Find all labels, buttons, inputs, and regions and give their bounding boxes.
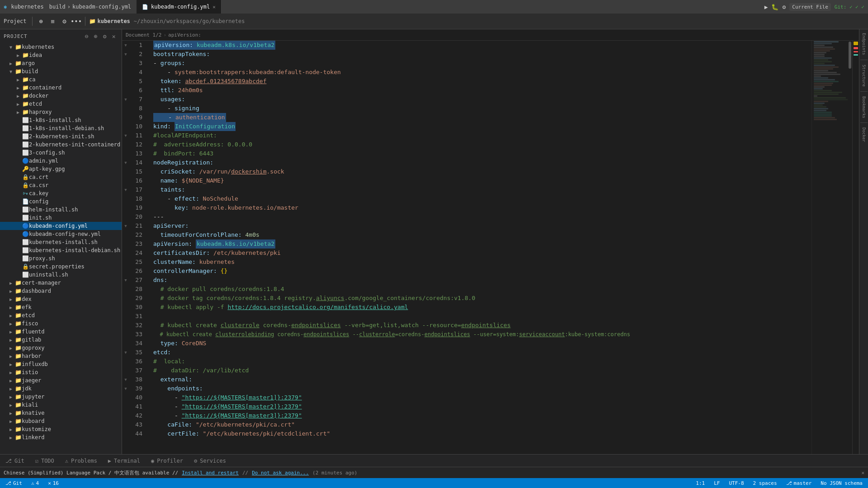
tree-item-kubeadm-config[interactable]: 🔵 kubeadm-config.yml xyxy=(0,222,122,230)
tree-item-haproxy[interactable]: ▶ 📁 haproxy xyxy=(0,108,122,116)
bottom-tab-git[interactable]: ⎇ Git xyxy=(0,455,30,467)
tree-item-ca-csr[interactable]: 🔒 ca.csr xyxy=(0,181,122,189)
vertical-scrollbar[interactable] xyxy=(848,41,852,454)
tree-item-etcd[interactable]: ▶ 📁 etcd xyxy=(0,100,122,108)
status-git-branch[interactable]: ⎇ Git xyxy=(4,478,24,488)
tree-item-efk[interactable]: ▶ 📁 efk xyxy=(0,303,122,311)
tree-item-fisco[interactable]: ▶ 📁 fisco xyxy=(0,319,122,328)
tree-item-knative[interactable]: ▶ 📁 knative xyxy=(0,409,122,417)
expand-all-button[interactable]: ⊕ xyxy=(92,32,100,40)
bottom-tab-terminal[interactable]: ▶ Terminal xyxy=(103,455,146,467)
structure-label[interactable]: Structure xyxy=(862,65,866,87)
notification-close-button[interactable]: ✕ xyxy=(861,470,864,476)
more-actions-button[interactable]: ••• xyxy=(71,16,81,26)
tree-item-ca-key[interactable]: 🗝 ca.key xyxy=(0,189,122,197)
collapse-all-button[interactable]: ⊖ xyxy=(83,32,91,40)
tree-item-goproxy[interactable]: ▶ 📁 goproxy xyxy=(0,344,122,352)
bookmarks-label[interactable]: Bookmarks xyxy=(862,96,866,118)
status-indentation[interactable]: 2 spaces xyxy=(751,478,779,488)
tree-item-dashboard[interactable]: ▶ 📁 dashboard xyxy=(0,287,122,295)
status-encoding[interactable]: UTF-8 xyxy=(727,478,745,488)
code-line-12: # advertiseAddress: 0.0.0.0 xyxy=(153,140,811,149)
bottom-tab-profiler[interactable]: ◉ Profiler xyxy=(146,455,189,467)
status-no-json-schema[interactable]: No JSON schema xyxy=(819,478,864,488)
docker-label[interactable]: Docker xyxy=(862,127,866,142)
install-link[interactable]: Install and restart xyxy=(182,470,239,476)
tree-root-kubernetes[interactable]: ▼ 📁 kubernetes xyxy=(0,43,122,51)
new-file-button[interactable]: ⊕ xyxy=(36,16,46,26)
endpoints-label[interactable]: Endpoints xyxy=(862,33,866,55)
tree-item-2kubernetes-init[interactable]: ⬜ 2-kubernetes-init.sh xyxy=(0,132,122,141)
current-file-label[interactable]: Current File xyxy=(789,3,830,11)
tree-item-ca[interactable]: ▶ 📁 ca xyxy=(0,75,122,84)
tree-label-cacrt: ca.crt xyxy=(29,174,122,180)
tree-item-kubeadm-new[interactable]: 🔵 kubeadm-config-new.yml xyxy=(0,230,122,238)
tree-item-dex[interactable]: ▶ 📁 dex xyxy=(0,295,122,303)
tab-kubeadm-config[interactable]: 📄 kubeadm-config.yml ✕ xyxy=(137,0,222,14)
settings-tree-button[interactable]: ⚙ xyxy=(101,32,109,40)
status-bar: ⎇ Git ⚠ 4 ✕ 16 1:1 LF UTF-8 2 spaces ⎇ m… xyxy=(0,478,868,488)
status-position[interactable]: 1:1 xyxy=(694,478,707,488)
code-line-38: external: xyxy=(153,375,811,384)
tree-item-build[interactable]: ▼ 📁 build xyxy=(0,67,122,75)
bottom-tab-services[interactable]: ⚙ Services xyxy=(189,455,231,467)
tree-item-gitlab[interactable]: ▶ 📁 gitlab xyxy=(0,336,122,344)
close-tree-button[interactable]: ✕ xyxy=(110,32,118,40)
tree-item-idea[interactable]: ▶ 📁 idea xyxy=(0,51,122,59)
tree-item-jupyter[interactable]: ▶ 📁 jupyter xyxy=(0,393,122,401)
tree-item-config[interactable]: 📄 config xyxy=(0,197,122,206)
status-line-ending[interactable]: LF xyxy=(712,478,722,488)
code-editor[interactable]: apiVersion: kubeadm.k8s.io/v1beta2 boots… xyxy=(150,41,811,454)
tree-item-admin-yml[interactable]: 🔵 admin.yml xyxy=(0,157,122,165)
tree-item-docker[interactable]: ▶ 📁 docker xyxy=(0,92,122,100)
tree-item-secret[interactable]: 🔒 secret.properties xyxy=(0,263,122,271)
do-not-ask-link[interactable]: Do not ask again... xyxy=(252,470,309,476)
tree-item-helm-install[interactable]: ⬜ helm-install.sh xyxy=(0,206,122,214)
tree-item-cert-manager[interactable]: ▶ 📁 cert-manager xyxy=(0,279,122,287)
file-icon-sh: ⬜ xyxy=(22,117,29,123)
folder-icon-kustomize: 📁 xyxy=(14,426,22,432)
tree-item-jdk[interactable]: ▶ 📁 jdk xyxy=(0,385,122,393)
status-warnings[interactable]: ⚠ 4 xyxy=(29,478,41,488)
tree-item-kubernetes-install-debian[interactable]: ⬜ kubernetes-install-debian.sh xyxy=(0,246,122,254)
status-git-branch-name[interactable]: ⎇ master xyxy=(784,478,814,488)
tab-close-button[interactable]: ✕ xyxy=(212,4,216,10)
tree-item-containerd[interactable]: ▶ 📁 containerd xyxy=(0,84,122,92)
tree-item-kubernetes-install[interactable]: ⬜ kubernetes-install.sh xyxy=(0,238,122,246)
ln-10: 10 xyxy=(129,122,146,131)
settings-icon[interactable]: ⚙ xyxy=(782,4,786,10)
tree-item-proxy[interactable]: ⬜ proxy.sh xyxy=(0,254,122,263)
tree-item-1k8s-debian[interactable]: ⬜ 1-k8s-install-debian.sh xyxy=(0,124,122,132)
tree-item-etcd2[interactable]: ▶ 📁 etcd xyxy=(0,311,122,319)
tree-item-3config[interactable]: ⬜ 3-config.sh xyxy=(0,149,122,157)
vcs-icon[interactable]: Git: ✓ ✓ ✓ xyxy=(835,4,864,10)
tree-item-fluentd[interactable]: ▶ 📁 fluentd xyxy=(0,328,122,336)
debug-icon[interactable]: 🐛 xyxy=(771,4,778,10)
tree-item-istio[interactable]: ▶ 📁 istio xyxy=(0,368,122,376)
tree-item-ca-crt[interactable]: 🔒 ca.crt xyxy=(0,173,122,181)
tree-item-jaeger[interactable]: ▶ 📁 jaeger xyxy=(0,376,122,385)
tree-item-apt-key[interactable]: 🔑 apt-key.gpg xyxy=(0,165,122,173)
tree-item-2kubernetes-init-containerd[interactable]: ⬜ 2-kubernetes-init-containerd.sh xyxy=(0,141,122,149)
toolbar-separator-1 xyxy=(32,17,33,26)
tree-item-influxdb[interactable]: ▶ 📁 influxdb xyxy=(0,360,122,368)
structure-button[interactable]: ≡ xyxy=(48,16,58,26)
bottom-tab-todo[interactable]: ☑ TODO xyxy=(30,455,60,467)
tree-item-kiali[interactable]: ▶ 📁 kiali xyxy=(0,401,122,409)
tree-item-init-sh[interactable]: ⬜ init.sh xyxy=(0,214,122,222)
tree-label-helm: helm-install.sh xyxy=(29,206,122,213)
settings-btn[interactable]: ⚙ xyxy=(60,16,70,26)
tree-item-kustomize[interactable]: ▶ 📁 kustomize xyxy=(0,425,122,433)
tree-item-kuboard[interactable]: ▶ 📁 kuboard xyxy=(0,417,122,425)
tree-item-harbor[interactable]: ▶ 📁 harbor xyxy=(0,352,122,360)
tree-item-linkerd[interactable]: ▶ 📁 linkerd xyxy=(0,433,122,441)
run-icon[interactable]: ▶ xyxy=(764,4,768,10)
kuboard-arrow: ▶ xyxy=(7,419,14,424)
tree-item-argo[interactable]: ▶ 📁 argo xyxy=(0,59,122,67)
tree-item-uninstall[interactable]: ⬜ uninstall.sh xyxy=(0,271,122,279)
bottom-tab-problems[interactable]: ⚠ Problems xyxy=(60,455,103,467)
tree-item-1k8s-install[interactable]: ⬜ 1-k8s-install.sh xyxy=(0,116,122,124)
status-errors[interactable]: ✕ 16 xyxy=(46,478,61,488)
scrollbar-thumb[interactable] xyxy=(849,42,851,69)
breadcrumb-sep: › xyxy=(67,4,71,10)
